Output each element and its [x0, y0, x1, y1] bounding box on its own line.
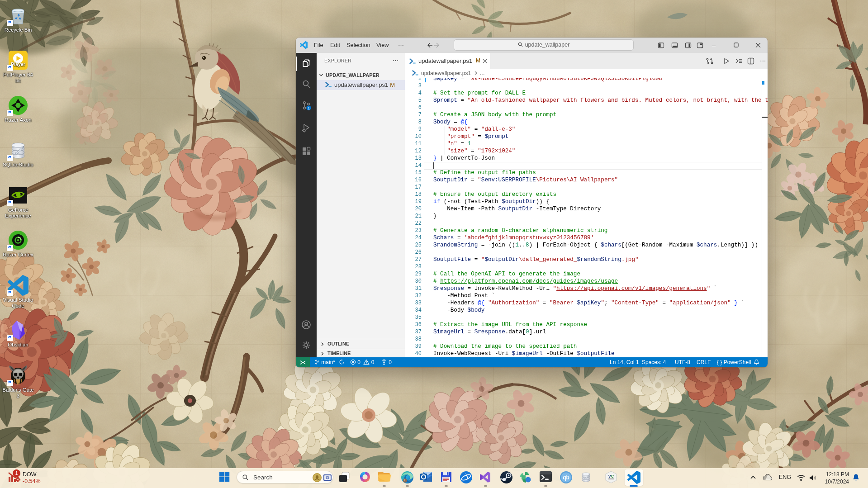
- svg-text:qb: qb: [563, 474, 569, 481]
- svg-text:VC: VC: [608, 474, 614, 479]
- svg-text:1: 1: [308, 106, 310, 110]
